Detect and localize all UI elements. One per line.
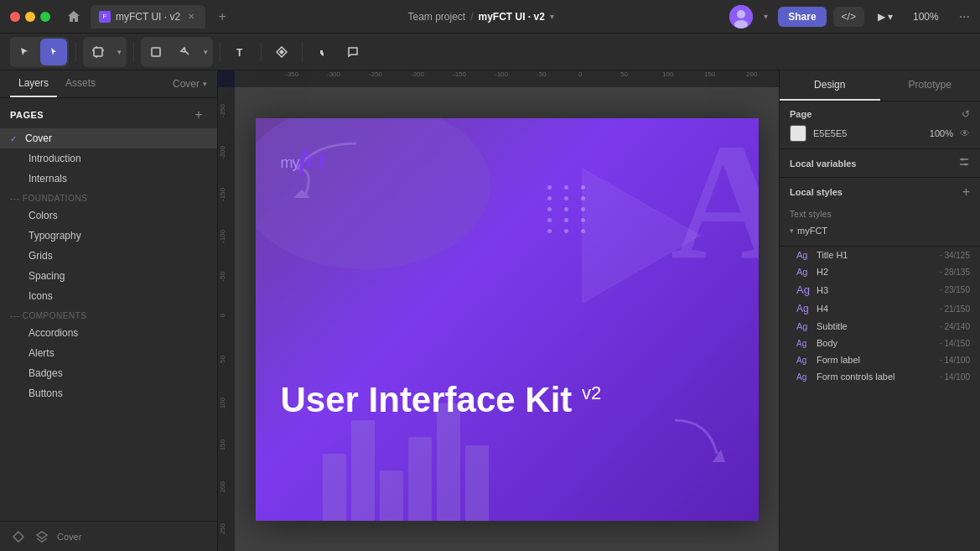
frame-logo: myfct [281,143,325,174]
new-tab-button[interactable]: + [212,7,232,27]
style-item-title-h1[interactable]: Ag Title H1 · 34/125 [790,247,970,263]
bg-bars [323,403,489,521]
fullscreen-button[interactable] [40,12,50,22]
ruler-mark-v: 100 [219,398,226,408]
tab-close-button[interactable]: ✕ [185,11,197,23]
chevron-down-icon-2[interactable]: ▾ [200,39,211,65]
svg-marker-10 [583,169,700,303]
bg-color-swatch[interactable] [790,125,806,142]
comment-tool[interactable] [340,39,366,65]
style-name: Form controls label [817,372,933,382]
page-item-cover[interactable]: ✓ Cover [0,128,217,148]
close-button[interactable] [10,12,20,22]
page-item-colors[interactable]: Colors [0,205,217,226]
page-name-colors: Colors [29,210,58,221]
bottom-page-label: Cover [57,532,81,542]
current-page-indicator: Cover ▾ [173,70,207,97]
component-tool[interactable] [268,39,295,65]
shape-tool[interactable] [143,39,169,65]
page-name-spacing: Spacing [29,270,65,282]
right-panel-tabs: Design Prototype [780,70,980,101]
reset-icon[interactable]: ↺ [962,108,970,120]
add-component-icon[interactable] [10,528,27,545]
style-detail: · 14/100 [940,372,970,382]
ruler-mark-v: 150 [219,439,226,450]
canvas[interactable]: -350 -300 -250 -200 -150 -100 -50 0 50 1… [218,70,779,551]
hand-tool[interactable] [309,39,336,65]
style-item-form-label[interactable]: Ag Form label · 14/100 [790,351,970,368]
page-item-icons[interactable]: Icons [0,286,217,306]
canvas-content: A [235,87,779,551]
ruler-mark: 0 [578,70,582,78]
avatar[interactable] [729,5,753,29]
layers-icon[interactable] [34,528,50,545]
page-item-typography[interactable]: Typography [0,226,217,246]
visibility-icon[interactable]: 👁 [960,127,970,139]
frame-tools: ▾ [83,37,127,67]
home-icon[interactable] [64,7,84,27]
tab-assets[interactable]: Assets [57,70,104,97]
design-frame[interactable]: A [256,118,759,521]
text-tool[interactable]: T [227,39,254,65]
style-ag-icon: Ag [796,283,810,296]
page-name-badges: Badges [29,367,63,379]
more-options-icon[interactable]: ··· [959,9,970,24]
style-item-body[interactable]: Ag Body · 14/150 [790,335,970,351]
page-item-buttons[interactable]: Buttons [0,383,217,403]
ruler-mark: 150 [704,70,715,78]
local-variables-header: Local variables [790,156,970,170]
style-detail: · 23/150 [940,285,970,294]
bg-triangle-shape [574,160,708,311]
shape-tools: ▾ [141,37,213,67]
page-item-introduction[interactable]: Introduction [0,148,217,169]
figma-icon: F [99,11,111,23]
style-item-subtitle[interactable]: Ag Subtitle · 24/140 [790,318,970,335]
style-detail: · 28/135 [940,268,970,277]
frame-tool[interactable] [85,39,111,65]
code-button[interactable]: </> [833,7,864,27]
page-name-cover: Cover [25,133,52,144]
page-item-badges[interactable]: Badges [0,363,217,383]
sliders-icon[interactable] [958,156,970,170]
chevron-down-icon[interactable]: ▾ [550,12,554,21]
breadcrumb: Team project / myFCT UI · v2 ▾ [239,11,723,23]
check-icon: ✓ [10,134,20,143]
minimize-button[interactable] [25,12,35,22]
style-ag-icon: Ag [796,321,810,331]
pen-tool[interactable] [171,39,198,65]
left-panel: Layers Assets Cover ▾ Pages + ✓ Cover In… [0,70,218,551]
myfct-group[interactable]: ▾ myFCT [790,222,970,239]
tool-separator-2 [133,42,134,62]
toolbar: ▾ ▾ T [0,34,980,70]
ruler-mark-v: 250 [219,523,226,534]
file-tab[interactable]: F myFCT UI · v2 ✕ [91,5,205,29]
page-item-internals[interactable]: Internals [0,169,217,189]
move-tool[interactable] [40,39,67,65]
chevron-down-icon[interactable]: ▾ [113,39,125,65]
add-style-button[interactable]: + [962,185,970,200]
style-item-h2[interactable]: Ag H2 · 28/135 [790,263,970,280]
titlebar-right: ▾ Share </> ▶ ▾ 100% ··· [729,5,970,29]
page-item-spacing[interactable]: Spacing [0,266,217,286]
tab-design[interactable]: Design [780,70,880,101]
style-item-h4[interactable]: Ag H4 · 21/150 [790,299,970,318]
style-ag-icon: Ag [796,372,810,382]
style-ag-icon: Ag [796,250,810,260]
share-button[interactable]: Share [778,7,826,27]
tab-prototype[interactable]: Prototype [880,70,981,101]
select-tool[interactable] [12,39,39,65]
breadcrumb-separator: / [470,11,473,23]
page-item-alerts[interactable]: Alerts [0,343,217,363]
zoom-control[interactable]: 100% [906,7,946,27]
style-name: Title H1 [817,250,933,260]
page-item-accordions[interactable]: Accordions [0,323,217,343]
tab-layers[interactable]: Layers [10,70,57,97]
present-button[interactable]: ▶ ▾ [871,7,900,27]
team-project-label: Team project [407,11,465,23]
add-page-button[interactable]: + [190,107,207,123]
style-item-form-controls-label[interactable]: Ag Form controls label · 14/100 [790,368,970,385]
avatar-chevron[interactable]: ▾ [760,11,771,23]
style-item-h3[interactable]: Ag H3 · 23/150 [790,280,970,299]
page-item-grids[interactable]: Grids [0,246,217,266]
svg-point-14 [962,159,964,161]
